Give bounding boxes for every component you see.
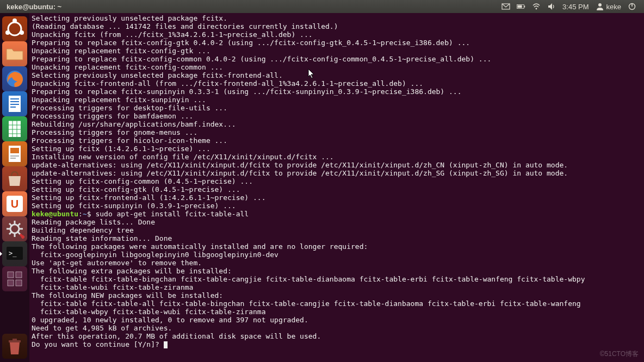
terminal-line: The following extra packages will be ins…	[32, 267, 642, 275]
terminal-line: Preparing to replace fcitx-config-gtk 0.…	[32, 39, 642, 47]
launcher-firefox-icon[interactable]	[2, 66, 27, 91]
launcher-writer-icon[interactable]	[2, 91, 27, 116]
svg-rect-14	[10, 98, 19, 99]
launcher-ubuntu-one-icon[interactable]: U	[2, 191, 27, 216]
svg-rect-22	[10, 158, 16, 159]
text-cursor	[164, 341, 168, 348]
terminal-line: Unpacking fcitx (from .../fcitx_1%3a4.2.…	[32, 30, 642, 39]
terminal-line: update-alternatives: using /etc/X11/xini…	[32, 161, 642, 169]
terminal-line: Building dependency tree	[32, 226, 642, 234]
svg-rect-20	[10, 148, 19, 153]
launcher-settings-icon[interactable]	[2, 216, 27, 241]
terminal-line: Setting up fcitx (1:4.2.6.1-1~precise) .…	[32, 145, 642, 153]
svg-line-32	[18, 223, 20, 226]
terminal-line: Preparing to replace fcitx-sunpinyin 0.3…	[32, 88, 642, 96]
terminal-line: keke@ubuntu:~$ sudo apt-get install fcit…	[32, 210, 642, 218]
svg-rect-3	[518, 5, 522, 8]
terminal-line: Processing triggers for desktop-file-uti…	[32, 104, 642, 112]
terminal-line: Need to get 4,985 kB of archives.	[32, 324, 642, 332]
terminal-line: Selecting previously unselected package …	[32, 14, 642, 22]
svg-rect-41	[13, 339, 17, 340]
terminal-line: Processing triggers for gnome-menus ...	[32, 128, 642, 136]
terminal-line: 0 upgraded, 10 newly installed, 0 to rem…	[32, 316, 642, 324]
svg-rect-40	[9, 340, 21, 342]
terminal-line: Setting up fcitx-config-gtk (0.4.5-1~pre…	[32, 185, 642, 194]
launcher-trash-icon[interactable]	[2, 334, 27, 359]
terminal-line: Processing triggers for hicolor-icon-the…	[32, 136, 642, 145]
top-panel: keke@ubuntu: ~ 3:45 PM keke	[0, 0, 644, 13]
terminal-line: fcitx-table fcitx-table-bingchan fcitx-t…	[32, 275, 642, 283]
launcher-terminal-icon[interactable]: >_	[2, 241, 27, 266]
terminal-line: fcitx-table-wbpy fcitx-table-wubi fcitx-…	[32, 308, 642, 316]
user-label: keke	[606, 3, 621, 11]
launcher-dash-icon[interactable]	[2, 16, 27, 41]
svg-point-4	[536, 8, 537, 10]
shutdown-icon[interactable]	[628, 2, 636, 11]
terminal-line: The following NEW packages will be insta…	[32, 291, 642, 299]
svg-point-10	[5, 30, 10, 35]
svg-rect-17	[10, 107, 16, 108]
svg-line-31	[18, 232, 20, 234]
launcher-files-icon[interactable]	[2, 41, 27, 66]
svg-rect-39	[16, 280, 22, 286]
svg-rect-21	[10, 155, 19, 157]
terminal-line: Unpacking replacement fcitx-sunpinyin ..…	[32, 96, 642, 104]
user-menu[interactable]: keke	[596, 2, 621, 11]
terminal-line: Setting up fcitx-config-common (0.4.5-1~…	[32, 177, 642, 185]
svg-line-30	[9, 223, 11, 226]
svg-point-5	[598, 3, 602, 7]
terminal-line: Setting up fcitx-sunpinyin (0.3.9-1~prec…	[32, 202, 642, 210]
window-title: keke@ubuntu: ~	[7, 3, 61, 11]
svg-rect-16	[10, 104, 19, 105]
terminal-line: Unpacking replacement fcitx-config-commo…	[32, 63, 642, 71]
svg-point-25	[10, 224, 19, 233]
terminal-line: Reading state information... Done	[32, 234, 642, 242]
terminal-line: Selecting previously unselected package …	[32, 71, 642, 79]
battery-indicator-icon[interactable]	[517, 2, 525, 11]
svg-text:>_: >_	[9, 249, 17, 257]
terminal-line: Reading package lists... Done	[32, 218, 642, 226]
terminal-line: fcitx-table fcitx-table-all fcitx-table-…	[32, 299, 642, 308]
terminal-line: fcitx-googlepinyin libgooglepinyin0 libg…	[32, 251, 642, 259]
terminal-line: Processing triggers for bamfdaemon ...	[32, 112, 642, 120]
terminal-line: Installing new version of config file /e…	[32, 153, 642, 161]
terminal-line: Do you want to continue [Y/n]?	[32, 340, 642, 348]
launcher-impress-icon[interactable]	[2, 141, 27, 166]
svg-text:U: U	[11, 198, 18, 210]
terminal-line: The following packages were automaticall…	[32, 242, 642, 251]
terminal-line: (Reading database ... 141742 files and d…	[32, 22, 642, 30]
terminal-line: Use 'apt-get autoremove' to remove them.	[32, 259, 642, 267]
watermark: ©51CTO博客	[600, 349, 639, 359]
svg-rect-38	[8, 280, 14, 286]
svg-point-11	[20, 30, 24, 35]
volume-indicator-icon[interactable]	[547, 2, 556, 11]
terminal-line: fcitx-table-wubi fcitx-table-ziranma	[32, 283, 642, 291]
svg-point-8	[8, 22, 21, 35]
terminal-line: Rebuilding /usr/share/applications/bamf.…	[32, 120, 642, 128]
svg-line-33	[9, 232, 11, 234]
clock[interactable]: 3:45 PM	[562, 3, 589, 11]
svg-rect-18	[9, 121, 21, 137]
command-text: sudo apt-get install fcitx-table-all	[95, 210, 249, 218]
unity-launcher: U>_	[0, 13, 29, 362]
launcher-calc-icon[interactable]	[2, 116, 27, 141]
launcher-workspaces-icon[interactable]	[2, 266, 27, 291]
terminal-line: Preparing to replace fcitx-config-common…	[32, 55, 642, 63]
svg-rect-15	[10, 101, 19, 102]
launcher-software-icon[interactable]	[2, 166, 27, 191]
terminal-line: Unpacking replacement fcitx-config-gtk .…	[32, 47, 642, 55]
prompt-path: ~	[83, 210, 87, 218]
terminal-line: After this operation, 20.7 MB of additio…	[32, 332, 642, 340]
network-indicator-icon[interactable]	[532, 2, 541, 11]
svg-rect-36	[8, 272, 14, 278]
mail-indicator-icon[interactable]	[501, 2, 510, 11]
svg-point-9	[13, 18, 17, 23]
svg-rect-2	[524, 5, 525, 7]
terminal-line: Unpacking fcitx-frontend-all (from .../f…	[32, 79, 642, 88]
terminal-line: update-alternatives: using /etc/X11/xini…	[32, 169, 642, 177]
terminal-line: Setting up fcitx-frontend-all (1:4.2.6.1…	[32, 194, 642, 202]
terminal-window[interactable]: Selecting previously unselected package …	[29, 13, 644, 362]
prompt-user: keke@ubuntu	[32, 210, 78, 218]
svg-rect-37	[16, 272, 22, 278]
